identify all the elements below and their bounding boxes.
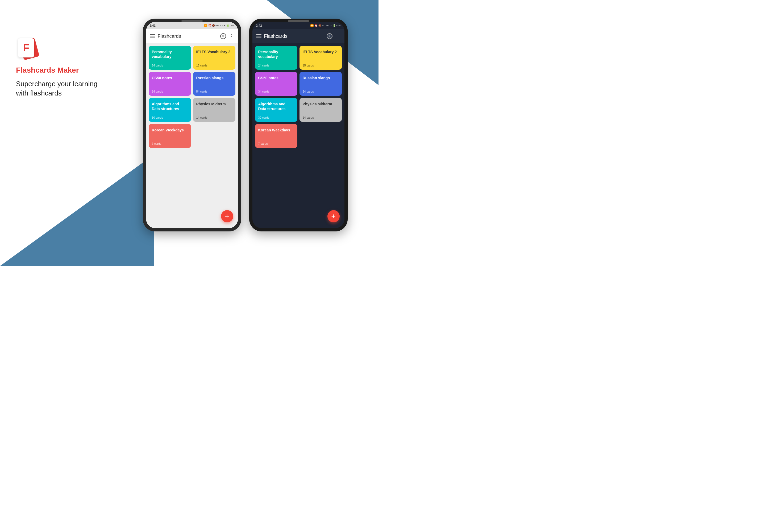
card-title: Korean Weekdays (258, 128, 294, 140)
fab-dark[interactable]: + (327, 210, 340, 222)
card-count: 34 cards (152, 90, 188, 93)
app-tagline: Supercharge your learningwith flashcards (16, 79, 117, 98)
status-time-light: 2:41 (150, 24, 156, 27)
card-personality-vocab-light[interactable]: Personality vocabulary 24 cards (149, 46, 191, 70)
app-toolbar-light: Flashcards ☀ ⋮ (146, 29, 238, 43)
card-russian-dark[interactable]: Russian slangs 54 cards (299, 72, 342, 96)
card-title: Personality vocabulary (258, 49, 294, 62)
card-title: Russian slangs (303, 76, 339, 88)
card-title: Algorithms and Data structures (258, 102, 294, 114)
card-physics-light[interactable]: Physics Midterm 14 cards (193, 98, 235, 122)
toolbar-actions-light: ☀ ⋮ (220, 33, 234, 39)
card-count: 7 cards (152, 142, 188, 145)
card-title: Korean Weekdays (152, 128, 188, 140)
logo-letter: F (23, 42, 29, 54)
status-info-light: ⏰ 🔕 HD 4G ▲ 🔋13% (208, 24, 234, 27)
card-title: Physics Midterm (303, 102, 339, 114)
status-bar-light: 2:41 P ⏰ 🔕 HD 4G ▲ 🔋13% (146, 22, 238, 29)
app-name: Flashcards Maker (16, 66, 117, 75)
status-icons-dark: P ⏰ 🔕 HD 4G ▲ 🔋13% (310, 24, 341, 27)
toolbar-title-dark: Flashcards (264, 34, 327, 39)
card-personality-vocab-dark[interactable]: Personality vocabulary 24 cards (255, 46, 297, 70)
status-icons-light: P ⏰ 🔕 HD 4G ▲ 🔋13% (204, 24, 234, 27)
more-menu-dark[interactable]: ⋮ (336, 33, 341, 39)
brightness-icon-dark[interactable]: ☀ (327, 33, 332, 39)
status-time-dark: 2:42 (256, 24, 262, 27)
card-algorithms-dark[interactable]: Algorithms and Data structures 30 cards (255, 98, 297, 122)
app-toolbar-dark: Flashcards ☀ ⋮ (253, 29, 345, 43)
card-title: IELTS Vocabulary 2 (303, 49, 339, 62)
card-count: 30 cards (152, 116, 188, 119)
phone-dark: 2:42 P ⏰ 🔕 HD 4G ▲ 🔋13% Flashcards ☀ ⋮ (249, 18, 348, 232)
card-count: 14 cards (303, 116, 339, 119)
card-count: 14 cards (196, 116, 232, 119)
card-count: 15 cards (196, 64, 232, 67)
phone-speaker-light (181, 20, 203, 22)
more-menu-light[interactable]: ⋮ (229, 33, 234, 39)
toolbar-title-light: Flashcards (158, 34, 220, 39)
status-p-dark: P (310, 24, 314, 27)
card-cs50-dark[interactable]: CS50 notes 34 cards (255, 72, 297, 96)
card-count: 30 cards (258, 116, 294, 119)
card-ielts-light[interactable]: IELTS Vocabulary 2 15 cards (193, 46, 235, 70)
card-count: 24 cards (152, 64, 188, 67)
card-count: 15 cards (303, 64, 339, 67)
card-title: Russian slangs (196, 76, 232, 88)
card-korean-light[interactable]: Korean Weekdays 7 cards (149, 124, 191, 148)
hamburger-icon-light[interactable] (150, 34, 155, 38)
card-title: CS50 notes (152, 76, 188, 88)
card-grid-dark: Personality vocabulary 24 cards IELTS Vo… (253, 43, 345, 228)
card-count: 7 cards (258, 142, 294, 145)
logo-container: F (16, 37, 117, 61)
card-ielts-dark[interactable]: IELTS Vocabulary 2 15 cards (299, 46, 342, 70)
phone-light: 2:41 P ⏰ 🔕 HD 4G ▲ 🔋13% Flashcards ☀ ⋮ (143, 18, 241, 232)
card-physics-dark[interactable]: Physics Midterm 14 cards (299, 98, 342, 122)
card-count: 54 cards (196, 90, 232, 93)
card-title: Personality vocabulary (152, 49, 188, 62)
card-cs50-light[interactable]: CS50 notes 34 cards (149, 72, 191, 96)
status-p-light: P (204, 24, 207, 27)
logo-card-front: F (18, 38, 34, 57)
card-title: IELTS Vocabulary 2 (196, 49, 232, 62)
brightness-icon-light[interactable]: ☀ (220, 33, 226, 39)
card-russian-light[interactable]: Russian slangs 54 cards (193, 72, 235, 96)
phones-area: 2:41 P ⏰ 🔕 HD 4G ▲ 🔋13% Flashcards ☀ ⋮ (112, 11, 378, 266)
card-count: 54 cards (303, 90, 339, 93)
status-bar-dark: 2:42 P ⏰ 🔕 HD 4G ▲ 🔋13% (253, 22, 345, 29)
phone-screen-light: 2:41 P ⏰ 🔕 HD 4G ▲ 🔋13% Flashcards ☀ ⋮ (146, 22, 238, 228)
card-title: Physics Midterm (196, 102, 232, 114)
card-algorithms-light[interactable]: Algorithms and Data structures 30 cards (149, 98, 191, 122)
card-count: 34 cards (258, 90, 294, 93)
app-logo: F (16, 37, 40, 61)
card-title: Algorithms and Data structures (152, 102, 188, 114)
phone-screen-dark: 2:42 P ⏰ 🔕 HD 4G ▲ 🔋13% Flashcards ☀ ⋮ (253, 22, 345, 228)
toolbar-actions-dark: ☀ ⋮ (327, 33, 341, 39)
branding-section: F Flashcards Maker Supercharge your lear… (16, 37, 117, 98)
fab-light[interactable]: + (221, 210, 233, 222)
card-korean-dark[interactable]: Korean Weekdays 7 cards (255, 124, 297, 148)
card-title: CS50 notes (258, 76, 294, 88)
hamburger-icon-dark[interactable] (256, 34, 261, 38)
card-count: 24 cards (258, 64, 294, 67)
status-info-dark: ⏰ 🔕 HD 4G ▲ 🔋13% (315, 24, 341, 27)
card-grid-light: Personality vocabulary 24 cards IELTS Vo… (146, 43, 238, 228)
phone-speaker-dark (288, 20, 309, 22)
